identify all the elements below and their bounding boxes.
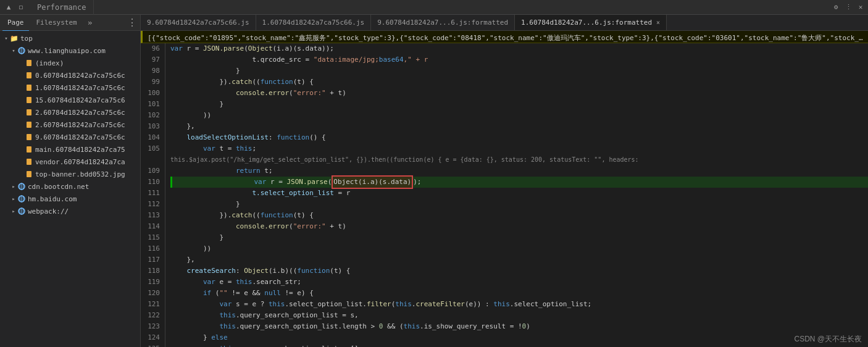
- tree-item-file5[interactable]: 2.60784d18242a7ca75c6c: [0, 119, 140, 131]
- code-token: base64: [379, 54, 404, 65]
- code-token: (: [391, 299, 396, 310]
- svg-rect-4: [27, 72, 31, 78]
- file-icon: [25, 96, 33, 104]
- code-token: [170, 143, 203, 154]
- collapse-icon[interactable]: ▾: [10, 47, 17, 54]
- code-token: this: [236, 277, 252, 288]
- code-token: s = e ?: [232, 299, 269, 310]
- sidebar-menu-icon[interactable]: ⋮: [127, 17, 138, 28]
- file-tab-tab3[interactable]: 9.60784d18242a7...6.js:formatted: [371, 15, 515, 31]
- code-token: console.error: [236, 88, 289, 99]
- tree-item-file1[interactable]: 0.60784d18242a7ca75c6c: [0, 69, 140, 82]
- inspect-icon[interactable]: ▲: [4, 2, 14, 12]
- code-line: )): [170, 110, 868, 121]
- expand-icon[interactable]: ▸: [10, 207, 17, 215]
- code-token: .: [412, 299, 416, 310]
- code-line: return t;: [170, 165, 868, 177]
- code-token: (e)) :: [465, 299, 493, 310]
- code-token: },: [170, 121, 195, 132]
- code-token: this: [404, 321, 420, 332]
- expand-icon[interactable]: ▸: [10, 183, 17, 190]
- line-number: 116: [141, 243, 165, 254]
- tree-label: 9.60784d18242a7ca75c6c: [35, 133, 125, 141]
- code-token: + t): [326, 221, 346, 232]
- data-preview-bar: [{"stock_code":"01895","stock_name":"鑫苑服…: [141, 31, 868, 43]
- code-token: this: [219, 343, 236, 347]
- code-token: != e) {: [281, 288, 314, 299]
- file-tab-tab1[interactable]: 9.60784d18242a7ca75c66.js: [141, 15, 256, 31]
- code-token: function: [297, 265, 330, 277]
- tree-item-file9[interactable]: top-banner.bdd0532.jpg: [0, 168, 140, 180]
- line-number: 120: [141, 288, 165, 299]
- line-number: 96: [141, 43, 165, 54]
- sidebar: Page Filesystem » ⋮ ▾📁top▾www.lianghuaip…: [0, 15, 141, 347]
- code-line: }: [170, 232, 868, 243]
- code-token: () {: [309, 132, 326, 143]
- tree-item-index[interactable]: (index): [0, 57, 140, 69]
- tree-item-file2[interactable]: 1.60784d18242a7ca75c6c: [0, 82, 140, 94]
- code-token: var: [219, 299, 232, 310]
- file-tabs: 9.60784d18242a7ca75c66.js1.60784d18242a7…: [141, 15, 868, 31]
- line-number: 113: [141, 210, 165, 221]
- code-token: var: [203, 143, 215, 154]
- line-number: 110: [141, 177, 165, 188]
- code-line: },: [170, 254, 868, 265]
- file-icon: [25, 145, 33, 154]
- tree-item-file7[interactable]: main.60784d18242a7ca75: [0, 143, 140, 156]
- code-line: }).catch((function(t) {: [170, 77, 868, 88]
- tree-item-lianghuaipo[interactable]: ▾www.lianghuaipo.com: [0, 44, 140, 57]
- code-line: t.select_option_list = r: [170, 188, 868, 199]
- main-layout: Page Filesystem » ⋮ ▾📁top▾www.lianghuaip…: [0, 15, 868, 347]
- code-token: loadSelectOptionList: [187, 132, 269, 143]
- tree-item-file3[interactable]: 15.60784d18242a7ca75c6: [0, 94, 140, 106]
- code-token: (t) {: [293, 77, 314, 88]
- tree-label: vendor.60784d18242a7ca: [35, 158, 125, 166]
- sidebar-more-icon[interactable]: »: [85, 17, 96, 28]
- code-token: }: [170, 332, 211, 343]
- file-tab-tab2[interactable]: 1.60784d18242a7ca75c66.js: [256, 15, 372, 31]
- file-tab-tab4[interactable]: 1.60784d18242a7...6.js:formatted×: [515, 15, 667, 31]
- toolbar-tab-performance[interactable]: Performance: [30, 0, 94, 15]
- code-token: function: [261, 77, 293, 88]
- close-devtools-icon[interactable]: ✕: [856, 2, 866, 12]
- code-token: }).: [170, 77, 232, 88]
- collapse-icon[interactable]: ▾: [2, 35, 10, 42]
- svg-rect-11: [27, 159, 31, 165]
- code-token: }: [170, 232, 223, 243]
- code-token: this: [493, 299, 510, 310]
- code-token: this: [269, 299, 285, 310]
- sidebar-tab-page[interactable]: Page: [2, 15, 29, 31]
- device-icon[interactable]: ◻: [16, 2, 26, 12]
- tree-item-top[interactable]: ▾📁top: [0, 32, 140, 44]
- code-content[interactable]: var r = JSON.parse(Object(i.a)(s.data));…: [165, 43, 868, 347]
- line-number: 98: [141, 65, 165, 77]
- expand-icon[interactable]: ▸: [10, 195, 17, 203]
- settings-icon[interactable]: ⚙: [831, 2, 841, 12]
- code-token: ): [526, 321, 530, 332]
- code-token: e =: [215, 277, 236, 288]
- svg-rect-9: [27, 134, 31, 140]
- sidebar-tab-filesystem[interactable]: Filesystem: [31, 15, 82, 31]
- tree-item-file8[interactable]: vendor.60784d18242a7ca: [0, 156, 140, 168]
- code-line: var r = JSON.parse(Object(i.a)(s.data));: [170, 177, 868, 188]
- code-token: JSON.parse: [286, 177, 327, 188]
- code-line: var r = JSON.parse(Object(i.a)(s.data));: [170, 43, 868, 54]
- tree-label: 1.60784d18242a7ca75c6c: [35, 84, 125, 92]
- line-number: 101: [141, 99, 165, 110]
- tree-item-file4[interactable]: 2.60784d18242a7ca75c6c: [0, 106, 140, 119]
- tree-item-webpack[interactable]: ▸webpack://: [0, 205, 140, 217]
- code-line: console.error("error:" + t): [170, 221, 868, 232]
- line-number: 104: [141, 132, 165, 143]
- code-token: }: [170, 65, 240, 77]
- more-icon[interactable]: ⋮: [843, 2, 853, 12]
- tree-item-file6[interactable]: 9.60784d18242a7ca75c6c: [0, 131, 140, 143]
- code-line: },: [170, 121, 868, 132]
- tree-item-baidu[interactable]: ▸hm.baidu.com: [0, 193, 140, 205]
- code-line: createSearch: Object(i.b)((function(t) {: [170, 265, 868, 277]
- file-icon: [25, 71, 33, 80]
- tree-item-bootcdn[interactable]: ▸cdn.bootcdn.net: [0, 180, 140, 193]
- code-token: .select_option_list.: [285, 299, 366, 310]
- close-tab-icon[interactable]: ×: [656, 19, 660, 26]
- code-token: if: [203, 288, 211, 299]
- code-token: + t): [326, 88, 346, 99]
